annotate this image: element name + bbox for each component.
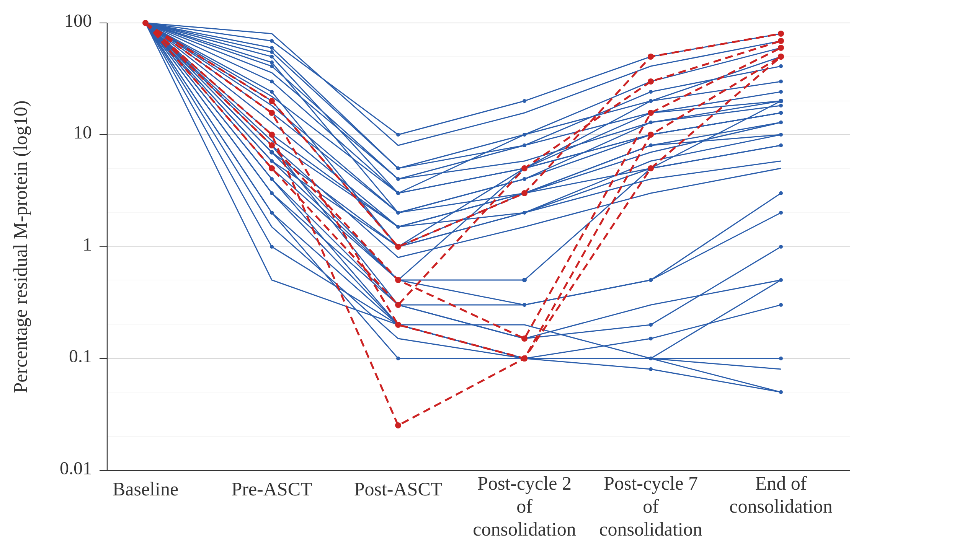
- patient-point: [779, 303, 783, 307]
- x-label-endconsolidation-line2: consolidation: [729, 495, 832, 517]
- patient-point: [270, 55, 274, 59]
- x-label-postcycle7-line1: Post-cycle 7: [604, 472, 698, 494]
- patient-point: [649, 323, 653, 327]
- x-label-postcycle7-line2: of: [643, 495, 659, 517]
- x-label-postcycle2-line2: of: [516, 495, 532, 517]
- patient-point: [779, 211, 783, 215]
- patient-point: [270, 80, 274, 83]
- red-patient-point: [521, 190, 528, 196]
- red-patient-point: [395, 322, 401, 328]
- x-label-endconsolidation-line1: End of: [755, 472, 807, 494]
- red-patient-point: [521, 165, 528, 171]
- red-patient-point: [648, 110, 654, 116]
- red-patient-point: [778, 31, 784, 37]
- patient-point: [649, 90, 653, 94]
- patient-point: [523, 303, 526, 307]
- x-label-postcycle7-line3: consolidation: [599, 518, 702, 540]
- patient-point: [649, 278, 653, 282]
- red-patient-point: [269, 132, 275, 138]
- red-patient-point: [269, 98, 275, 104]
- patient-point: [270, 150, 274, 154]
- red-patient-point: [395, 422, 401, 428]
- x-label-post-asct: Post-ASCT: [354, 478, 443, 500]
- red-patient-point: [269, 165, 275, 171]
- patient-point: [779, 90, 783, 94]
- patient-point: [649, 99, 653, 103]
- red-patient-point: [778, 54, 784, 60]
- patient-point: [270, 245, 274, 249]
- patient-point: [270, 46, 274, 50]
- red-patient-point: [648, 54, 654, 60]
- red-patient-point: [521, 336, 528, 342]
- patient-point: [649, 143, 653, 147]
- patient-point: [270, 60, 274, 64]
- red-patient-point: [778, 38, 784, 44]
- red-patient-point: [648, 132, 654, 138]
- y-label-100: 100: [64, 10, 92, 31]
- patient-point: [270, 39, 274, 43]
- patient-point: [270, 211, 274, 215]
- patient-point: [523, 177, 526, 181]
- y-axis-title: Percentage residual M-protein (log10): [10, 100, 31, 393]
- patient-point: [779, 64, 783, 68]
- x-label-postcycle2-line3: consolidation: [473, 518, 576, 540]
- x-label-pre-asct: Pre-ASCT: [231, 478, 312, 500]
- patient-point: [396, 166, 400, 170]
- red-patient-point: [395, 244, 401, 250]
- red-patient-point: [269, 142, 275, 148]
- patient-point: [270, 50, 274, 54]
- x-label-baseline: Baseline: [113, 478, 178, 500]
- y-label-0.01: 0.01: [60, 458, 92, 478]
- patient-point: [270, 90, 274, 94]
- patient-point: [523, 143, 526, 147]
- patient-point: [779, 80, 783, 83]
- patient-point: [523, 99, 526, 103]
- patient-point: [396, 357, 400, 360]
- patient-point: [779, 245, 783, 249]
- patient-point: [522, 278, 527, 282]
- y-label-1: 1: [83, 234, 92, 254]
- red-patient-point: [395, 302, 401, 308]
- red-patient-point: [395, 277, 401, 283]
- patient-point: [649, 367, 653, 371]
- patient-point: [396, 133, 400, 137]
- red-patient-point: [648, 165, 654, 171]
- patient-point: [523, 133, 526, 137]
- red-patient-point: [778, 45, 784, 51]
- patient-point: [649, 337, 653, 340]
- patient-point: [779, 191, 783, 195]
- patient-point: [779, 104, 783, 107]
- chart-container: 100 10 1 0.1 0.01 Percentage residual M-…: [0, 0, 980, 557]
- red-patient-point: [521, 355, 528, 362]
- red-patient-point: [648, 78, 654, 85]
- x-label-postcycle2-line1: Post-cycle 2: [477, 472, 572, 494]
- y-label-0.1: 0.1: [69, 346, 92, 366]
- y-label-10: 10: [74, 122, 92, 142]
- red-patient-point: [269, 110, 275, 116]
